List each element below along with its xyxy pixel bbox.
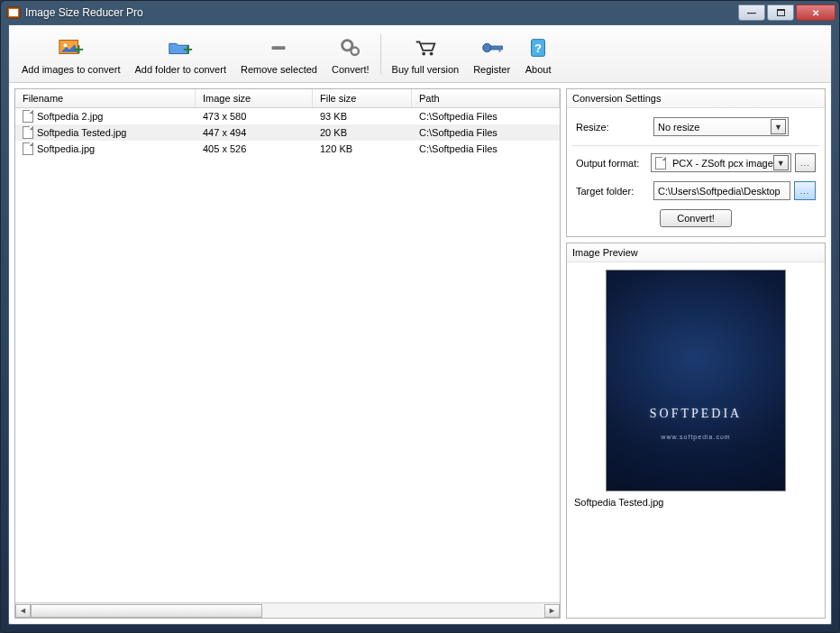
cell-path: C:\Softpedia Files	[412, 126, 560, 139]
list-body[interactable]: Softpedia 2.jpg473 x 58093 KBC:\Softpedi…	[15, 108, 560, 602]
cell-filename: Softpedia 2.jpg	[37, 111, 103, 122]
file-icon	[23, 142, 33, 155]
list-header: Filename Image size File size Path	[15, 89, 560, 108]
buy-full-label: Buy full version	[392, 64, 460, 75]
minus-icon	[265, 33, 292, 62]
remove-selected-button[interactable]: Remove selected	[233, 29, 324, 78]
svg-rect-7	[187, 45, 189, 53]
cell-image-size: 447 x 494	[196, 126, 313, 139]
svg-point-10	[351, 47, 358, 54]
add-images-label: Add images to convert	[22, 64, 120, 75]
resize-combo[interactable]: No resize ▼	[653, 117, 789, 136]
svg-rect-15	[498, 46, 500, 52]
doc-icon	[655, 157, 670, 170]
convert-button[interactable]: Convert!	[660, 209, 732, 227]
image-preview-panel: Image Preview SOFTPEDIA www.softpedia.co…	[566, 243, 826, 619]
file-icon	[23, 110, 33, 123]
add-folder-button[interactable]: Add folder to convert	[127, 29, 233, 78]
folder-add-icon	[167, 33, 194, 62]
col-header-filename[interactable]: Filename	[15, 89, 196, 107]
cart-icon	[412, 33, 439, 62]
about-label: About	[525, 64, 552, 75]
close-button[interactable]	[796, 5, 835, 21]
file-icon	[23, 126, 33, 139]
convert-toolbar-button[interactable]: Convert!	[324, 29, 377, 78]
cell-path: C:\Softpedia Files	[412, 142, 560, 155]
table-row[interactable]: Softpedia.jpg405 x 526120 KBC:\Softpedia…	[15, 141, 560, 157]
main-area: Filename Image size File size Path Softp…	[9, 83, 831, 624]
output-format-browse-button[interactable]: ...	[795, 153, 816, 172]
cell-image-size: 405 x 526	[196, 142, 313, 155]
titlebar[interactable]: Image Size Reducer Pro	[1, 1, 839, 24]
maximize-button[interactable]	[767, 5, 794, 21]
cell-image-size: 473 x 580	[196, 110, 313, 123]
convert-label: Convert!	[332, 64, 370, 75]
toolbar-separator	[380, 34, 381, 74]
buy-full-version-button[interactable]: Buy full version	[385, 29, 467, 78]
file-list-pane: Filename Image size File size Path Softp…	[14, 88, 561, 619]
cell-file-size: 20 KB	[313, 126, 412, 139]
cell-file-size: 93 KB	[313, 110, 412, 123]
register-label: Register	[473, 64, 510, 75]
conversion-settings-panel: Conversion Settings Resize: No resize ▼ …	[566, 88, 826, 237]
about-button[interactable]: ? About	[517, 29, 559, 78]
svg-rect-1	[9, 9, 18, 16]
preview-watermark: SOFTPEDIA	[607, 407, 785, 421]
target-folder-input[interactable]: C:\Users\Softpedia\Desktop	[653, 181, 790, 200]
dropdown-arrow-icon: ▼	[771, 119, 786, 134]
image-preview-title: Image Preview	[567, 243, 825, 262]
scroll-track[interactable]	[31, 604, 544, 618]
target-folder-browse-button[interactable]: ...	[794, 181, 816, 200]
cell-file-size: 120 KB	[313, 142, 412, 155]
scroll-right-arrow[interactable]: ►	[544, 604, 560, 618]
picture-add-icon	[58, 33, 85, 62]
output-format-label: Output format:	[576, 158, 651, 169]
target-folder-label: Target folder:	[576, 186, 653, 197]
col-header-path[interactable]: Path	[412, 89, 560, 107]
toolbar: Add images to convert Add folder to conv…	[9, 25, 831, 83]
preview-caption: Softpedia Tested.jpg	[574, 497, 663, 508]
dropdown-arrow-icon: ▼	[773, 155, 789, 170]
svg-rect-5	[78, 45, 79, 53]
cell-filename: Softpedia Tested.jpg	[37, 127, 126, 138]
app-icon	[6, 5, 21, 20]
horizontal-scrollbar[interactable]: ◄ ►	[15, 602, 560, 618]
client-area: Add images to convert Add folder to conv…	[8, 24, 832, 625]
window-controls	[738, 5, 835, 21]
cell-path: C:\Softpedia Files	[412, 110, 560, 123]
app-title: Image Size Reducer Pro	[25, 6, 738, 19]
preview-watermark-url: www.softpedia.com	[607, 434, 785, 440]
gears-icon	[337, 33, 364, 62]
right-pane: Conversion Settings Resize: No resize ▼ …	[566, 88, 826, 619]
svg-point-3	[63, 43, 67, 47]
key-icon	[479, 33, 506, 62]
scroll-thumb[interactable]	[31, 604, 262, 618]
svg-rect-8	[272, 46, 286, 50]
svg-point-12	[430, 51, 434, 55]
register-button[interactable]: Register	[466, 29, 517, 78]
preview-image: SOFTPEDIA www.softpedia.com	[606, 270, 786, 491]
conversion-settings-title: Conversion Settings	[567, 89, 825, 108]
cell-filename: Softpedia.jpg	[37, 143, 95, 154]
svg-point-11	[422, 51, 425, 55]
resize-label: Resize:	[576, 122, 653, 133]
table-row[interactable]: Softpedia 2.jpg473 x 58093 KBC:\Softpedi…	[15, 108, 560, 124]
svg-text:?: ?	[534, 41, 542, 54]
add-folder-label: Add folder to convert	[134, 64, 226, 75]
add-images-button[interactable]: Add images to convert	[14, 29, 127, 78]
table-row[interactable]: Softpedia Tested.jpg447 x 49420 KBC:\Sof…	[15, 124, 560, 141]
output-format-combo[interactable]: PCX - ZSoft pcx image ▼	[651, 153, 791, 172]
remove-selected-label: Remove selected	[241, 64, 317, 75]
app-window: Image Size Reducer Pro Add images to con…	[0, 0, 840, 633]
col-header-file-size[interactable]: File size	[313, 89, 412, 107]
help-icon: ?	[525, 33, 552, 62]
col-header-image-size[interactable]: Image size	[196, 89, 313, 107]
minimize-button[interactable]	[738, 5, 765, 21]
scroll-left-arrow[interactable]: ◄	[15, 604, 31, 618]
